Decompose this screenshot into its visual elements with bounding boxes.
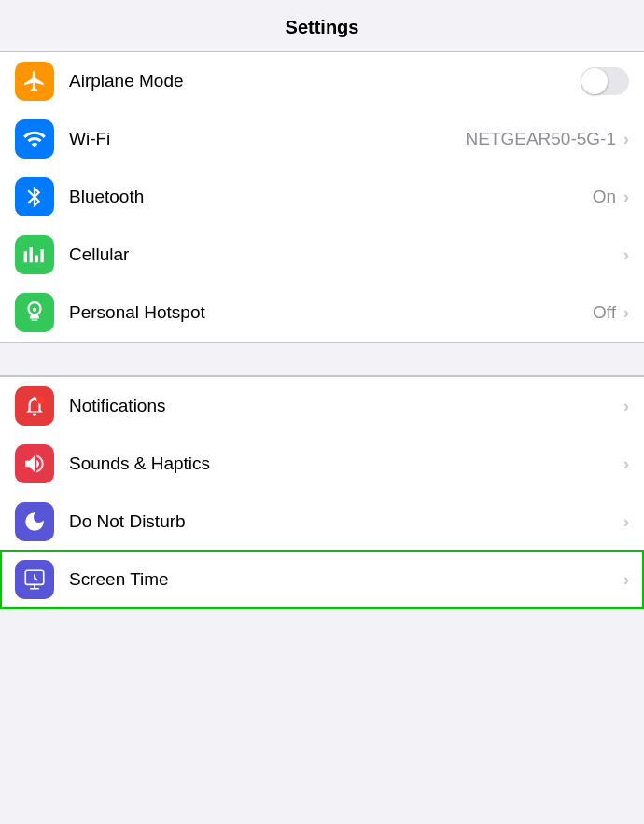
airplane-mode-label: Airplane Mode bbox=[69, 71, 581, 91]
notifications-chevron: › bbox=[623, 397, 629, 416]
cellular-chevron: › bbox=[623, 245, 629, 265]
sounds-haptics-chevron: › bbox=[623, 454, 629, 474]
do-not-disturb-chevron: › bbox=[623, 512, 629, 532]
wifi-row[interactable]: Wi-Fi NETGEAR50-5G-1 › bbox=[0, 110, 644, 168]
bluetooth-row[interactable]: Bluetooth On › bbox=[0, 168, 644, 226]
bluetooth-label: Bluetooth bbox=[69, 187, 593, 207]
sounds-haptics-label: Sounds & Haptics bbox=[69, 454, 622, 474]
system-group: Notifications › Sounds & Haptics › Do No… bbox=[0, 376, 644, 609]
bluetooth-value: On bbox=[593, 187, 616, 207]
bluetooth-chevron: › bbox=[623, 188, 629, 207]
cellular-icon bbox=[15, 235, 54, 274]
screen-time-row[interactable]: Screen Time › bbox=[0, 551, 644, 608]
airplane-mode-icon bbox=[15, 62, 54, 101]
svg-point-0 bbox=[36, 396, 45, 404]
personal-hotspot-chevron: › bbox=[623, 303, 629, 323]
sounds-haptics-icon bbox=[15, 444, 54, 483]
screen-time-label: Screen Time bbox=[69, 569, 622, 590]
cellular-label: Cellular bbox=[69, 244, 622, 265]
sounds-haptics-row[interactable]: Sounds & Haptics › bbox=[0, 435, 644, 493]
personal-hotspot-label: Personal Hotspot bbox=[69, 302, 593, 323]
screen-time-chevron: › bbox=[623, 570, 629, 590]
notifications-icon bbox=[15, 386, 54, 426]
wifi-label: Wi-Fi bbox=[69, 129, 465, 149]
notifications-label: Notifications bbox=[69, 396, 622, 416]
personal-hotspot-icon bbox=[15, 293, 54, 332]
notifications-row[interactable]: Notifications › bbox=[0, 377, 644, 435]
personal-hotspot-value: Off bbox=[593, 302, 616, 323]
personal-hotspot-row[interactable]: Personal Hotspot Off › bbox=[0, 284, 644, 342]
page-title: Settings bbox=[0, 0, 644, 51]
bluetooth-icon bbox=[15, 177, 54, 216]
cellular-row[interactable]: Cellular › bbox=[0, 226, 644, 284]
wifi-value: NETGEAR50-5G-1 bbox=[465, 129, 616, 149]
do-not-disturb-row[interactable]: Do Not Disturb › bbox=[0, 493, 644, 551]
connectivity-group: Airplane Mode Wi-Fi NETGEAR50-5G-1 › Blu… bbox=[0, 51, 644, 342]
do-not-disturb-icon bbox=[15, 502, 54, 541]
airplane-mode-toggle[interactable] bbox=[581, 67, 629, 95]
section-gap bbox=[0, 342, 644, 376]
wifi-chevron: › bbox=[623, 130, 629, 149]
do-not-disturb-label: Do Not Disturb bbox=[69, 511, 622, 532]
screen-time-icon bbox=[15, 560, 54, 599]
airplane-mode-row[interactable]: Airplane Mode bbox=[0, 52, 644, 110]
wifi-icon bbox=[15, 119, 54, 159]
